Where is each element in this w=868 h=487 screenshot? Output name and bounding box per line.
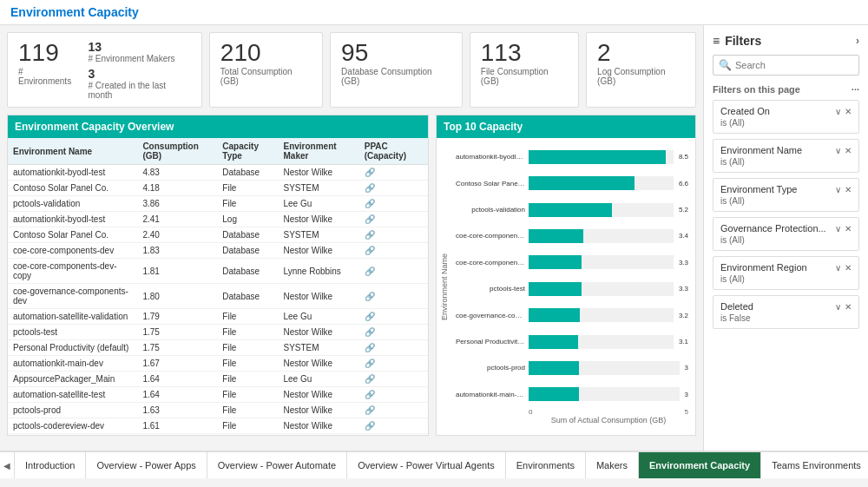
filter-clear-icon[interactable]: ✕ — [845, 263, 852, 273]
table-cell: File — [217, 196, 278, 212]
tab-overview---power-automate[interactable]: Overview - Power Automate — [207, 452, 347, 478]
table-cell: AppsourcePackager_Main — [8, 372, 137, 387]
bar-fill — [529, 176, 635, 190]
table-row: Contoso Solar Panel Co.4.18FileSYSTEM🔗 — [8, 181, 428, 196]
filter-chevron-icon[interactable]: ∨ — [835, 302, 841, 312]
filter-clear-icon[interactable]: ✕ — [845, 185, 852, 194]
filter-chevron-icon[interactable]: ∨ — [835, 146, 841, 155]
filter-icons: ∨ ✕ — [835, 185, 852, 194]
filters-arrow-icon[interactable]: › — [856, 35, 859, 47]
table-cell: Nestor Wilke — [279, 356, 359, 372]
table-cell-link[interactable]: 🔗 — [359, 196, 428, 212]
filter-value: is (All) — [720, 274, 852, 284]
filter-name: Environment Type — [720, 184, 797, 194]
table-cell-link[interactable]: 🔗 — [359, 181, 428, 196]
table-cell: 4.18 — [137, 181, 217, 196]
table-cell: File — [217, 372, 278, 387]
filter-clear-icon[interactable]: ✕ — [845, 224, 852, 234]
filter-item-header: Environment Type ∨ ✕ — [720, 184, 852, 194]
table-cell-link[interactable]: 🔗 — [359, 387, 428, 403]
tab-overview---power-apps[interactable]: Overview - Power Apps — [86, 452, 207, 478]
table-cell-link[interactable]: 🔗 — [359, 372, 428, 387]
filter-chevron-icon[interactable]: ∨ — [835, 263, 841, 273]
tab-makers[interactable]: Makers — [586, 452, 639, 478]
filter-item[interactable]: Created On ∨ ✕ is (All) — [713, 100, 859, 134]
filter-section-more[interactable]: ··· — [852, 84, 859, 95]
table-cell-link[interactable]: 🔗 — [359, 212, 428, 227]
table-cell: SYSTEM — [279, 227, 359, 243]
table-cell-link[interactable]: 🔗 — [359, 434, 428, 436]
table-cell: automationkit-byodl-test — [8, 212, 137, 227]
table-cell: 1.64 — [137, 387, 217, 403]
search-input[interactable] — [735, 60, 853, 70]
bar-value: 3 — [685, 391, 688, 398]
tab-overview---power-virtual-agents[interactable]: Overview - Power Virtual Agents — [347, 452, 506, 478]
filters-panel: ≡ Filters › 🔍 Filters on this page ··· C… — [703, 25, 868, 451]
table-cell: File — [217, 340, 278, 356]
bar-label: pctools-validation — [456, 206, 525, 214]
tab-environment-capacity[interactable]: Environment Capacity — [639, 452, 761, 478]
table-cell: Lee Gu — [279, 309, 359, 325]
table-cell: Nestor Wilke — [279, 284, 359, 309]
capacity-table-header: Environment Capacity Overview — [8, 115, 428, 138]
table-cell: automationkit-byodl-test — [8, 165, 137, 181]
filter-item[interactable]: Environment Region ∨ ✕ is (All) — [713, 256, 859, 290]
table-cell: Contoso Solar Panel Co. — [8, 181, 137, 196]
tab-teams-environments[interactable]: Teams Environments — [761, 452, 868, 478]
table-cell: Database — [217, 259, 278, 284]
tab-nav-left[interactable]: ◀ — [0, 452, 15, 478]
table-cell-link[interactable]: 🔗 — [359, 243, 428, 259]
bar-fill — [529, 335, 578, 349]
table-cell: 1.83 — [137, 243, 217, 259]
col-capacity-type: Capacity Type — [217, 138, 278, 165]
table-cell-link[interactable]: 🔗 — [359, 165, 428, 181]
table-cell: Contoso Solar Panel Co. — [8, 227, 137, 243]
filter-clear-icon[interactable]: ✕ — [845, 302, 852, 312]
filter-item[interactable]: Environment Name ∨ ✕ is (All) — [713, 139, 859, 173]
table-row: pctools-validation3.86FileLee Gu🔗 — [8, 196, 428, 212]
bottom-tabs: ◀ IntroductionOverview - Power AppsOverv… — [0, 451, 868, 478]
table-cell-link[interactable]: 🔗 — [359, 418, 428, 434]
tab-environments[interactable]: Environments — [506, 452, 586, 478]
table-cell-link[interactable]: 🔗 — [359, 340, 428, 356]
filter-item[interactable]: Deleted ∨ ✕ is False — [713, 295, 859, 329]
search-box[interactable]: 🔍 — [713, 55, 859, 76]
table-cell: File — [217, 434, 278, 436]
table-cell-link[interactable]: 🔗 — [359, 309, 428, 325]
capacity-table-scroll[interactable]: Environment Name Consumption (GB) Capaci… — [8, 138, 428, 435]
chart-bars: automationkit-byodl-t... 8.5 Contoso Sol… — [452, 145, 692, 406]
tab-introduction[interactable]: Introduction — [15, 452, 86, 478]
table-cell-link[interactable]: 🔗 — [359, 325, 428, 340]
table-cell-link[interactable]: 🔗 — [359, 403, 428, 418]
bar-fill — [529, 282, 582, 296]
table-row: automationkit-main-dev1.67FileNestor Wil… — [8, 356, 428, 372]
tab-nav-left-button[interactable]: ◀ — [3, 461, 10, 471]
table-cell: File — [217, 387, 278, 403]
kpi-sub-makers: 13 # Environment Makers — [88, 40, 190, 63]
filter-chevron-icon[interactable]: ∨ — [835, 107, 841, 116]
table-cell: Nestor Wilke — [279, 243, 359, 259]
filter-chevron-icon[interactable]: ∨ — [835, 185, 841, 194]
filter-item[interactable]: Governance Protection... ∨ ✕ is (All) — [713, 217, 859, 251]
filter-clear-icon[interactable]: ✕ — [845, 107, 852, 116]
kpi-sub-created: 3 # Created in the last month — [88, 67, 190, 100]
bar-value: 8.5 — [679, 153, 688, 161]
filter-item[interactable]: Environment Type ∨ ✕ is (All) — [713, 178, 859, 212]
bar-track — [529, 176, 674, 190]
table-row: automationkit-byodl-test4.83DatabaseNest… — [8, 165, 428, 181]
table-cell: 1.81 — [137, 259, 217, 284]
main-content: 119 # Environments 13 # Environment Make… — [0, 25, 868, 451]
filter-icons: ∨ ✕ — [835, 302, 852, 312]
table-cell-link[interactable]: 🔗 — [359, 284, 428, 309]
kpi-sub-block: 13 # Environment Makers 3 # Created in t… — [88, 40, 190, 100]
table-cell-link[interactable]: 🔗 — [359, 356, 428, 372]
filter-name: Environment Region — [720, 262, 807, 273]
bar-value: 3.4 — [679, 232, 688, 240]
filter-chevron-icon[interactable]: ∨ — [835, 224, 841, 234]
table-cell-link[interactable]: 🔗 — [359, 227, 428, 243]
filter-clear-icon[interactable]: ✕ — [845, 146, 852, 155]
bar-fill — [529, 361, 579, 375]
table-cell: pctools-validation — [8, 196, 137, 212]
table-row: automation-satellite-validation1.79FileL… — [8, 309, 428, 325]
table-cell-link[interactable]: 🔗 — [359, 259, 428, 284]
